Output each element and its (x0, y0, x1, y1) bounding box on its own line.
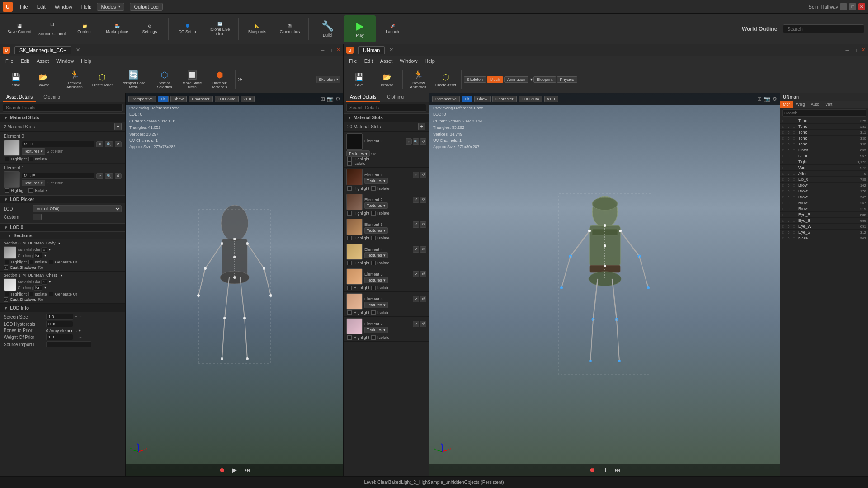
menu-edit[interactable]: Edit (33, 3, 49, 10)
s1-highlight-cb[interactable] (5, 292, 9, 296)
left-menu-edit[interactable]: Edit (18, 58, 32, 64)
show-btn-left[interactable]: Show (170, 96, 187, 102)
left-panel-close[interactable]: ✕ (76, 47, 80, 53)
left-panel-tab[interactable]: SK_Mannequin_CC+ (14, 46, 71, 54)
right-browse-button[interactable]: 📂 Browse (374, 68, 400, 91)
close-button[interactable]: ✕ (858, 3, 865, 10)
lit-btn-right[interactable]: Lit (462, 96, 472, 102)
build-button[interactable]: 🔧 Build (311, 15, 343, 42)
bone-tab-vert[interactable]: Vert (822, 101, 835, 108)
output-log-button[interactable]: Output Log (130, 3, 162, 11)
lod-hyst-increment[interactable]: + (75, 322, 77, 326)
right-create-asset-button[interactable]: ⬡ Create Asset (433, 68, 459, 91)
right-panel-maximize[interactable]: □ (854, 47, 857, 53)
bake-out-materials-button[interactable]: ⬢ Bake out Materials (207, 68, 233, 91)
right-elem-browse-5[interactable]: ↗ (413, 271, 419, 277)
right-panel-close-btn[interactable]: ✕ (861, 47, 865, 53)
right-vp-grid-icon[interactable]: ⊞ (757, 96, 762, 102)
right-textures-5[interactable]: Textures ▾ (364, 277, 388, 283)
weight-increment[interactable]: + (75, 335, 77, 339)
right-elem-browse-2[interactable]: ↗ (413, 197, 419, 203)
lod-auto-btn-right[interactable]: LOD Auto (519, 96, 542, 102)
right-textures-2[interactable]: Textures ▾ (364, 202, 388, 209)
make-static-mesh-button[interactable]: 🔲 Make Static Mesh (179, 68, 205, 91)
right-textures-1[interactable]: Textures ▾ (364, 178, 388, 184)
right-elem-browse-7[interactable]: ↗ (413, 321, 419, 327)
cc-setup-button[interactable]: 👤 CC Setup (171, 15, 203, 42)
next-frame-button-left[interactable]: ⏭ (243, 465, 252, 474)
left-save-button[interactable]: 💾 Save (3, 68, 29, 91)
right-textures-3[interactable]: Textures ▾ (364, 227, 388, 234)
right-elem-browse-3[interactable]: ↗ (413, 221, 419, 228)
character-btn-left[interactable]: Character (189, 96, 213, 102)
search-details-input[interactable] (3, 104, 123, 112)
vp-settings-icon[interactable]: ⚙ (335, 96, 340, 102)
cast-shadows-cb-0[interactable]: ✓ (4, 265, 8, 270)
s0-generate-cb[interactable] (49, 260, 53, 264)
bone-tab-weig[interactable]: Weig (793, 101, 808, 108)
character-btn-right[interactable]: Character (492, 96, 517, 102)
mat-reset-btn-1[interactable]: ↺ (115, 173, 122, 179)
show-btn-right[interactable]: Show (474, 96, 491, 102)
right-elem-browse-6[interactable]: ↗ (413, 296, 419, 302)
right-hl-2[interactable] (347, 211, 352, 216)
record-button-right[interactable]: ⏺ (588, 465, 597, 474)
left-panel-window-maximize[interactable]: □ (329, 47, 332, 53)
play-button-left[interactable]: ▶ (230, 465, 239, 474)
left-browse-button[interactable]: 📂 Browse (30, 68, 57, 91)
save-current-button[interactable]: 💾 Save Current (4, 15, 35, 42)
weight-of-prior-input[interactable] (46, 334, 73, 340)
right-iso-5[interactable] (371, 286, 376, 290)
physics-tab-btn[interactable]: Physics (557, 76, 577, 83)
s1-generate-cb[interactable] (49, 292, 53, 296)
screen-size-input[interactable] (46, 314, 73, 320)
section-selection-button[interactable]: ⬡ Section Selection (151, 68, 178, 91)
perspective-btn-left[interactable]: Perspective (128, 96, 156, 102)
blueprint-tab-btn[interactable]: Blueprint (533, 76, 556, 83)
right-iso-4[interactable] (371, 261, 376, 265)
left-panel-window-minimize[interactable]: ─ (321, 47, 325, 53)
mat-find-btn-1[interactable]: 🔍 (105, 173, 113, 179)
right-asset-details-tab[interactable]: Asset Details (346, 93, 380, 102)
blueprints-button[interactable]: 📐 Blueprints (241, 15, 273, 42)
left-menu-asset[interactable]: Asset (34, 58, 52, 64)
right-menu-edit[interactable]: Edit (362, 58, 376, 64)
bone-tab-auto[interactable]: Auto (808, 101, 823, 108)
zoom-btn-left[interactable]: x1.0 (241, 96, 255, 102)
right-elem-reset-3[interactable]: ↺ (420, 221, 426, 228)
right-iso-6[interactable] (371, 310, 376, 315)
right-textures-0[interactable]: Textures ▾ (346, 150, 370, 157)
right-iso-1[interactable] (371, 186, 376, 191)
right-elem-reset-0[interactable]: ↺ (420, 138, 426, 145)
right-iso-3[interactable] (371, 236, 376, 240)
bone-search-input[interactable] (782, 109, 866, 117)
animation-tab-btn[interactable]: Animation (504, 76, 528, 83)
textures-dropdown-1[interactable]: Textures ▾ (22, 180, 45, 186)
left-menu-help[interactable]: Help (78, 58, 94, 64)
content-button[interactable]: 📁 Content (69, 15, 100, 42)
right-hl-4[interactable] (347, 261, 352, 265)
right-hl-1[interactable] (347, 186, 352, 191)
bones-add-btn[interactable]: + (79, 328, 81, 333)
right-elem-reset-1[interactable]: ↺ (420, 172, 426, 178)
isolate-checkbox-1[interactable] (28, 188, 33, 193)
right-elem-browse-1[interactable]: ↗ (413, 172, 419, 178)
right-iso-7[interactable] (371, 335, 376, 340)
right-save-button[interactable]: 💾 Save (346, 68, 373, 91)
marketplace-button[interactable]: 🏪 Marketplace (101, 15, 133, 42)
right-add-mat-slot[interactable]: + (418, 123, 425, 130)
right-vp-settings-icon[interactable]: ⚙ (772, 96, 777, 102)
mat-browse-btn-1[interactable]: ↗ (96, 173, 103, 179)
right-hl-0[interactable] (347, 157, 352, 161)
mat-reset-btn-0[interactable]: ↺ (115, 141, 122, 147)
source-control-button[interactable]: ⑂ Source Control (36, 15, 68, 42)
custom-color-swatch[interactable] (33, 214, 42, 220)
skeleton-tab-btn[interactable]: Skeleton (464, 76, 486, 83)
right-hl-6[interactable] (347, 310, 352, 315)
right-preview-anim-button[interactable]: 🏃 Preview Animation (405, 68, 431, 91)
vp-grid-icon[interactable]: ⊞ (321, 96, 325, 102)
right-elem-reset-2[interactable]: ↺ (420, 197, 426, 203)
world-outliner-search[interactable] (783, 24, 864, 33)
menu-window[interactable]: Window (51, 3, 76, 10)
cast-shadows-cb-1[interactable]: ✓ (4, 297, 8, 302)
